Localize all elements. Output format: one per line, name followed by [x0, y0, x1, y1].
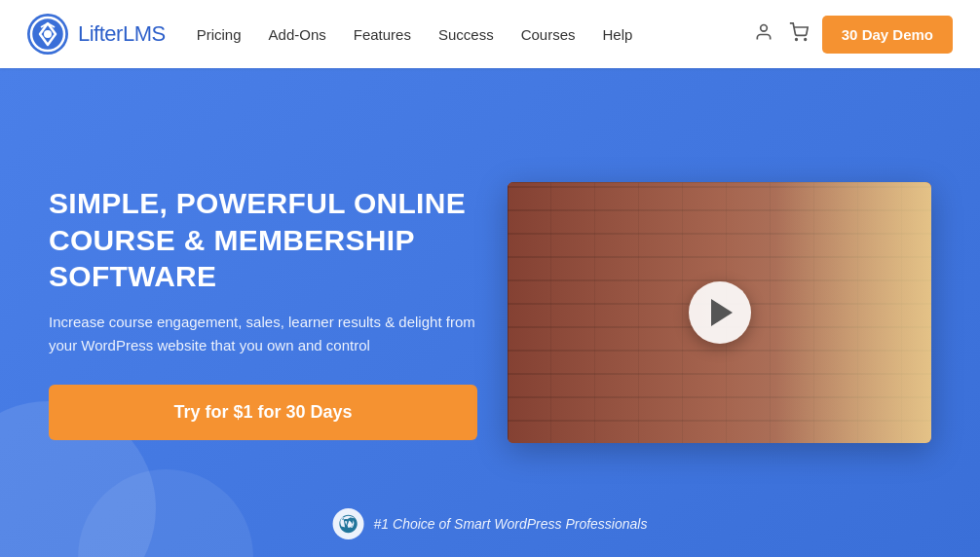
logo-link[interactable]: LifterLMS	[27, 14, 166, 55]
nav-link-addons[interactable]: Add-Ons	[269, 26, 326, 43]
logo-icon	[27, 14, 68, 55]
hero-subtext: Increase course engagement, sales, learn…	[49, 311, 477, 357]
play-icon	[711, 299, 733, 326]
svg-point-5	[805, 38, 807, 40]
cart-icon-button[interactable]	[789, 22, 809, 47]
nav-link-pricing[interactable]: Pricing	[197, 26, 242, 43]
logo-text: LifterLMS	[78, 21, 166, 47]
window-light	[775, 182, 931, 443]
nav-link-help[interactable]: Help	[603, 26, 633, 43]
svg-point-2	[44, 30, 52, 38]
hero-headline: SIMPLE, POWERFUL ONLINE COURSE & MEMBERS…	[49, 185, 477, 295]
svg-point-3	[760, 24, 767, 31]
svg-point-4	[795, 38, 797, 40]
hero-right	[508, 182, 931, 443]
demo-button[interactable]: 30 Day Demo	[822, 16, 953, 54]
badge-row: #1 Choice of Smart WordPress Professiona…	[333, 508, 648, 539]
nav-link-success[interactable]: Success	[438, 26, 494, 43]
cta-button[interactable]: Try for $1 for 30 Days	[49, 385, 477, 440]
nav-link-features[interactable]: Features	[354, 26, 411, 43]
play-button[interactable]	[689, 281, 751, 344]
hero-left: SIMPLE, POWERFUL ONLINE COURSE & MEMBERS…	[49, 185, 477, 440]
nav-icons	[754, 22, 809, 47]
nav-link-courses[interactable]: Courses	[521, 26, 576, 43]
video-thumbnail[interactable]	[508, 182, 931, 443]
nav-links: Pricing Add-Ons Features Success Courses…	[197, 26, 754, 43]
navbar: LifterLMS Pricing Add-Ons Features Succe…	[0, 0, 980, 68]
wordpress-logo	[333, 508, 364, 539]
user-icon-button[interactable]	[754, 22, 773, 47]
hero-section: SIMPLE, POWERFUL ONLINE COURSE & MEMBERS…	[0, 68, 980, 557]
badge-text: #1 Choice of Smart WordPress Professiona…	[374, 516, 648, 532]
